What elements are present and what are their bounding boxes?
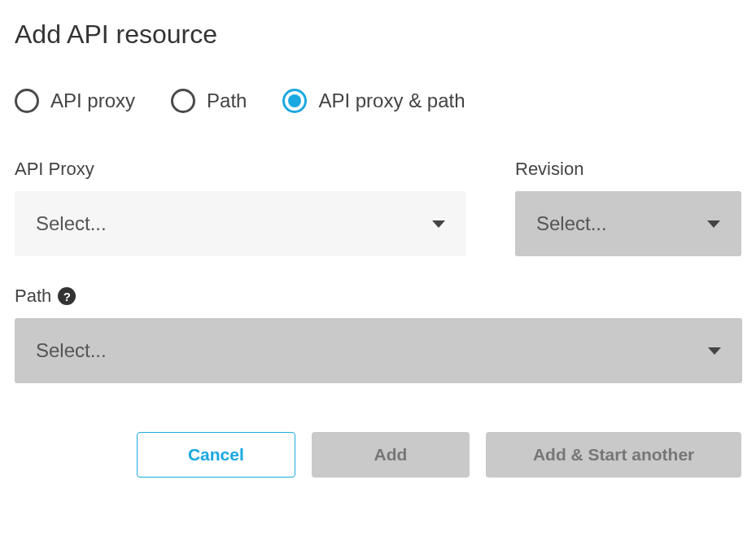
select-revision[interactable]: Select...: [515, 191, 741, 256]
field-label-api-proxy: API Proxy: [15, 159, 466, 180]
radio-api-proxy-and-path[interactable]: API proxy & path: [282, 89, 465, 113]
select-api-proxy[interactable]: Select...: [15, 191, 466, 256]
select-placeholder: Select...: [36, 339, 107, 362]
field-api-proxy: API Proxy Select...: [15, 159, 466, 256]
radio-icon: [171, 89, 195, 113]
resource-type-radio-group: API proxy Path API proxy & path: [15, 89, 741, 113]
radio-icon-selected: [282, 89, 307, 113]
radio-label: API proxy & path: [318, 89, 465, 112]
radio-icon: [15, 89, 39, 113]
action-button-row: Cancel Add Add & Start another: [15, 432, 741, 478]
field-label-path: Path ?: [15, 286, 742, 307]
radio-label: API proxy: [50, 89, 135, 112]
field-path: Path ? Select...: [15, 286, 742, 383]
select-placeholder: Select...: [36, 212, 107, 235]
chevron-down-icon: [432, 220, 445, 228]
radio-api-proxy[interactable]: API proxy: [15, 89, 135, 113]
radio-inner-dot: [288, 94, 301, 107]
radio-path[interactable]: Path: [171, 89, 247, 113]
form-row-proxy-revision: API Proxy Select... Revision Select...: [15, 159, 741, 256]
chevron-down-icon: [708, 347, 721, 355]
select-path[interactable]: Select...: [15, 318, 742, 383]
add-and-start-another-button[interactable]: Add & Start another: [486, 432, 741, 478]
select-placeholder: Select...: [536, 212, 607, 235]
cancel-button[interactable]: Cancel: [137, 432, 295, 478]
page-title: Add API resource: [15, 20, 741, 50]
chevron-down-icon: [707, 220, 720, 228]
help-icon[interactable]: ?: [58, 287, 76, 305]
field-label-text: Path: [15, 286, 51, 307]
field-label-revision: Revision: [515, 159, 741, 180]
radio-label: Path: [207, 89, 247, 112]
field-revision: Revision Select...: [515, 159, 741, 256]
add-button[interactable]: Add: [312, 432, 470, 478]
